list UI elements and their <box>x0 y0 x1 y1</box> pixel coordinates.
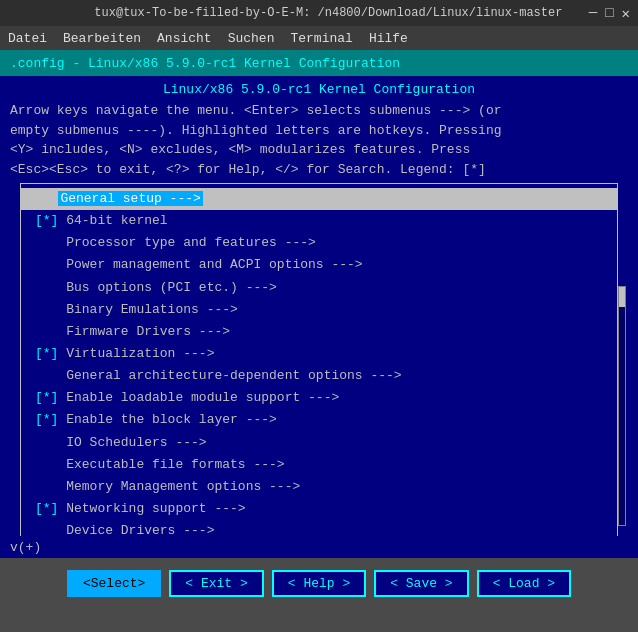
info-line3: <Y> includes, <N> excludes, <M> modulari… <box>10 142 470 157</box>
menu-item-9[interactable]: [*] Enable loadable module support ---> <box>21 387 617 409</box>
info-line2: empty submenus ----). Highlighted letter… <box>10 123 501 138</box>
menu-item-5[interactable]: Binary Emulations ---> <box>21 299 617 321</box>
menu-box: General setup --->[*] 64-bit kernel Proc… <box>20 183 618 536</box>
terminal-header: Linux/x86 5.9.0-rc1 Kernel Configuration <box>10 82 628 97</box>
scrollbar[interactable] <box>618 286 626 526</box>
info-text: Arrow keys navigate the menu. <Enter> se… <box>10 101 628 179</box>
menu-item-1[interactable]: [*] 64-bit kernel <box>21 210 617 232</box>
info-line4: <Esc><Esc> to exit, <?> for Help, </> fo… <box>10 162 486 177</box>
status-text: v(+) <box>10 540 41 555</box>
menu-item-0[interactable]: General setup ---> <box>21 188 617 210</box>
help-button[interactable]: < Help > <box>272 570 366 597</box>
titlebar-title: tux@tux-To-be-filled-by-O-E-M: /n4800/Do… <box>68 6 589 20</box>
tabbar: .config - Linux/x86 5.9.0-rc1 Kernel Con… <box>0 50 638 76</box>
menu-item-10[interactable]: [*] Enable the block layer ---> <box>21 409 617 431</box>
menu-item-14[interactable]: [*] Networking support ---> <box>21 498 617 520</box>
tab-label: .config - Linux/x86 5.9.0-rc1 Kernel Con… <box>10 56 400 71</box>
minimize-button[interactable]: ─ <box>589 5 597 22</box>
restore-button[interactable]: □ <box>605 5 613 22</box>
menubar-item-bearbeiten[interactable]: Bearbeiten <box>63 31 141 46</box>
menubar: DateiBearbeitenAnsichtSuchenTerminalHilf… <box>0 26 638 50</box>
close-button[interactable]: ✕ <box>622 5 630 22</box>
menu-item-13[interactable]: Memory Management options ---> <box>21 476 617 498</box>
scrollbar-thumb[interactable] <box>619 287 625 307</box>
menu-item-6[interactable]: Firmware Drivers ---> <box>21 321 617 343</box>
info-line1: Arrow keys navigate the menu. <Enter> se… <box>10 103 501 118</box>
save-button[interactable]: < Save > <box>374 570 468 597</box>
terminal-area: Linux/x86 5.9.0-rc1 Kernel Configuration… <box>0 76 638 536</box>
titlebar: tux@tux-To-be-filled-by-O-E-M: /n4800/Do… <box>0 0 638 26</box>
menu-item-3[interactable]: Power management and ACPI options ---> <box>21 254 617 276</box>
menu-item-7[interactable]: [*] Virtualization ---> <box>21 343 617 365</box>
menubar-item-ansicht[interactable]: Ansicht <box>157 31 212 46</box>
exit-button[interactable]: < Exit > <box>169 570 263 597</box>
titlebar-controls[interactable]: ─ □ ✕ <box>589 5 630 22</box>
menu-item-12[interactable]: Executable file formats ---> <box>21 454 617 476</box>
menubar-item-datei[interactable]: Datei <box>8 31 47 46</box>
menu-item-2[interactable]: Processor type and features ---> <box>21 232 617 254</box>
menubar-item-suchen[interactable]: Suchen <box>228 31 275 46</box>
menu-item-11[interactable]: IO Schedulers ---> <box>21 432 617 454</box>
menu-item-4[interactable]: Bus options (PCI etc.) ---> <box>21 277 617 299</box>
menu-item-15[interactable]: Device Drivers ---> <box>21 520 617 536</box>
menubar-item-hilfe[interactable]: Hilfe <box>369 31 408 46</box>
menubar-item-terminal[interactable]: Terminal <box>290 31 352 46</box>
menu-item-8[interactable]: General architecture-dependent options -… <box>21 365 617 387</box>
buttonbar: <Select> < Exit > < Help > < Save > < Lo… <box>0 558 638 608</box>
statusbar: v(+) <box>0 536 638 558</box>
select-button[interactable]: <Select> <box>67 570 161 597</box>
load-button[interactable]: < Load > <box>477 570 571 597</box>
